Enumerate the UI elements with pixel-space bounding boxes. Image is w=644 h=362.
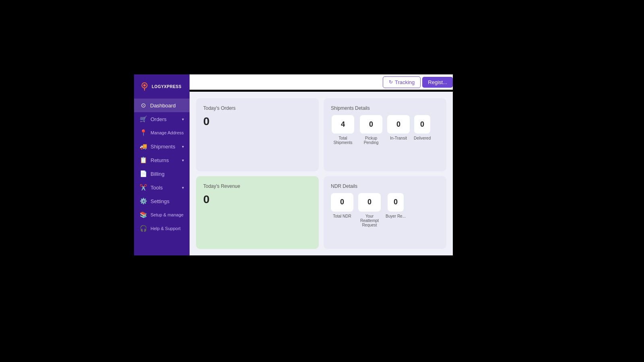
location-icon: 📍 (140, 129, 147, 136)
cards-area: Today's Orders 0 Shipments Details 4 Tot… (190, 92, 453, 255)
total-shipments-value: 4 (332, 115, 354, 134)
sidebar-item-label: Setup & manage (151, 212, 184, 217)
chevron-down-icon: ▾ (182, 158, 184, 162)
register-button[interactable]: Regist... (422, 77, 453, 88)
total-ndr-value: 0 (331, 193, 353, 212)
svg-point-1 (143, 84, 146, 86)
ndr-details-title: NDR Details (331, 183, 439, 189)
setup-icon: 📚 (140, 211, 147, 218)
shipments-stat-boxes: 4 Total Shipments 0 Pickup Pending 0 In-… (331, 115, 439, 145)
chevron-down-icon: ▾ (182, 144, 184, 149)
total-ndr-stat: 0 Total NDR (331, 193, 353, 227)
sidebar-item-settings[interactable]: ⚙️ Settings (134, 194, 190, 208)
today-revenue-card: Today's Revenue 0 (196, 176, 319, 249)
reattempt-label: Your Reattempt Request (357, 214, 382, 227)
truck-icon: 🚚 (140, 143, 147, 150)
shipments-details-title: Shipments Details (331, 105, 439, 111)
total-shipments-label: Total Shipments (331, 136, 355, 145)
shipments-details-card: Shipments Details 4 Total Shipments 0 Pi… (324, 98, 446, 171)
today-orders-value: 0 (203, 115, 312, 128)
chevron-down-icon: ▾ (182, 117, 184, 121)
sidebar-item-manage-address[interactable]: 📍 Manage Address (134, 126, 190, 140)
in-transit-stat: 0 In-Transit (387, 115, 410, 145)
ndr-stat-boxes: 0 Total NDR 0 Your Reattempt Request 0 B… (331, 193, 439, 227)
tracking-button[interactable]: ↻ Tracking (383, 76, 421, 88)
sidebar-item-label: Help & Support (151, 226, 181, 231)
refresh-icon: ↻ (389, 79, 393, 85)
orders-icon: 🛒 (140, 115, 147, 123)
sidebar-item-billing[interactable]: 📄 Billing (134, 167, 190, 181)
tools-icon: ✂️ (140, 184, 147, 191)
sidebar-item-label: Returns (151, 157, 169, 163)
logo-icon (139, 81, 150, 92)
sidebar-item-label: Dashboard (150, 103, 176, 109)
sidebar-item-label: Manage Address (151, 130, 184, 135)
today-orders-title: Today's Orders (203, 105, 312, 111)
chevron-down-icon: ▾ (182, 185, 184, 190)
total-shipments-stat: 4 Total Shipments (331, 115, 355, 145)
delivered-stat: 0 Delivered (414, 115, 431, 145)
today-revenue-title: Today's Revenue (203, 183, 312, 189)
today-orders-card: Today's Orders 0 (196, 98, 319, 171)
sidebar-item-setup[interactable]: 📚 Setup & manage (134, 208, 190, 222)
sidebar-item-label: Billing (151, 171, 165, 177)
sidebar-item-orders[interactable]: 🛒 Orders ▾ (134, 112, 190, 126)
returns-icon: 📋 (140, 156, 147, 164)
pickup-pending-label: Pickup Pending (359, 136, 383, 145)
sidebar-item-shipments[interactable]: 🚚 Shipments ▾ (134, 140, 190, 153)
total-ndr-label: Total NDR (333, 214, 351, 218)
logo-area: LOGYXPRESS (134, 78, 186, 95)
delivered-value: 0 (414, 115, 430, 134)
sidebar-item-tools[interactable]: ✂️ Tools ▾ (134, 181, 190, 194)
sidebar-item-label: Shipments (151, 144, 175, 150)
pickup-pending-stat: 0 Pickup Pending (359, 115, 383, 145)
settings-icon: ⚙️ (140, 197, 147, 205)
buyer-re-stat: 0 Buyer Re... (386, 193, 406, 227)
register-label: Regist... (428, 79, 447, 85)
in-transit-label: In-Transit (390, 136, 407, 140)
in-transit-value: 0 (387, 115, 410, 134)
pickup-pending-value: 0 (360, 115, 382, 134)
ndr-details-card: NDR Details 0 Total NDR 0 Your Reattempt… (324, 176, 446, 249)
sidebar-item-label: Orders (151, 116, 167, 122)
buyer-re-value: 0 (388, 193, 404, 212)
billing-icon: 📄 (140, 170, 147, 177)
reattempt-stat: 0 Your Reattempt Request (357, 193, 382, 227)
sidebar: LOGYXPRESS ⊙ Dashboard 🛒 Orders ▾ 📍 Mana… (134, 74, 190, 255)
sidebar-item-label: Tools (151, 185, 163, 191)
dashboard-icon: ⊙ (140, 102, 147, 109)
sidebar-item-returns[interactable]: 📋 Returns ▾ (134, 153, 190, 167)
sidebar-item-help[interactable]: 🎧 Help & Support (134, 222, 190, 235)
help-icon: 🎧 (140, 225, 147, 232)
sidebar-item-dashboard[interactable]: ⊙ Dashboard (134, 99, 190, 112)
today-revenue-value: 0 (203, 193, 312, 206)
header-bar: ↻ Tracking Regist... (190, 74, 453, 90)
tracking-label: Tracking (395, 79, 415, 85)
logo-text: LOGYXPRESS (152, 84, 182, 89)
buyer-re-label: Buyer Re... (386, 214, 406, 218)
reattempt-value: 0 (358, 193, 381, 212)
delivered-label: Delivered (414, 136, 431, 140)
sidebar-item-label: Settings (151, 198, 169, 204)
